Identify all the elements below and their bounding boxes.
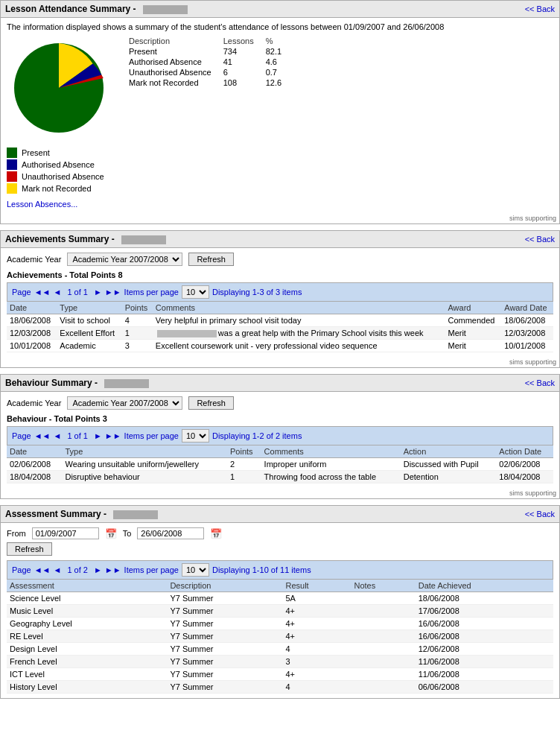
cell-date-achieved: 12/06/2008 bbox=[416, 643, 553, 656]
cell-type: Disruptive behaviour bbox=[62, 471, 227, 483]
cell-notes bbox=[351, 630, 415, 643]
table-row: 18/04/2008 Disruptive behaviour 1 Throwi… bbox=[7, 471, 553, 483]
cell-description: Y7 Summer bbox=[167, 630, 282, 643]
pct-auth: 4.6 bbox=[260, 57, 287, 67]
assessment-header: Assessment Summary - << Back bbox=[1, 506, 559, 523]
next2-btn[interactable]: ►► bbox=[105, 431, 121, 440]
cell-date: 10/01/2008 bbox=[7, 340, 57, 352]
table-row: Science Level Y7 Summer 5A 18/06/2008 bbox=[7, 592, 553, 605]
cell-date-achieved: 11/06/2008 bbox=[416, 668, 553, 681]
items-per-page-label: Items per page bbox=[124, 288, 179, 296]
cell-action-date: 02/06/2008 bbox=[496, 458, 553, 471]
col-notes: Notes bbox=[351, 580, 415, 592]
cell-action: Discussed with Pupil bbox=[401, 458, 497, 471]
legend-label-unauth: Unauthorised Absence bbox=[22, 172, 104, 181]
table-row: 10/01/2008 Academic 3 Excellent coursewo… bbox=[7, 340, 553, 352]
cell-points: 3 bbox=[122, 340, 153, 352]
attendance-legend: Present Authorised Absence Unauthorised … bbox=[7, 148, 553, 194]
cell-type: Wearing unsuitable uniform/jewellery bbox=[62, 458, 227, 471]
behaviour-content: Academic Year Academic Year 2007/2008 Re… bbox=[1, 392, 559, 488]
next2-btn[interactable]: ►► bbox=[105, 288, 121, 296]
assessment-back[interactable]: << Back bbox=[525, 510, 555, 518]
assessment-items-select[interactable]: 10 bbox=[182, 563, 209, 577]
legend-color-unauth bbox=[7, 171, 17, 182]
assessment-table: Assessment Description Result Notes Date… bbox=[7, 580, 553, 694]
next1-btn[interactable]: ► bbox=[94, 565, 102, 574]
next1-btn[interactable]: ► bbox=[94, 431, 102, 440]
behaviour-year-select[interactable]: Academic Year 2007/2008 bbox=[67, 396, 182, 410]
page-current: 1 of 1 bbox=[67, 288, 88, 296]
cell-notes bbox=[351, 668, 415, 681]
cell-assessment: Music Level bbox=[7, 605, 167, 618]
items-per-page-label: Items per page bbox=[124, 565, 179, 574]
table-row: Authorised Absence 41 4.6 bbox=[123, 57, 287, 67]
prev1-btn[interactable]: ◄ bbox=[53, 288, 61, 296]
behaviour-sims-logo: sims supporting bbox=[1, 488, 559, 498]
col-award: Award bbox=[445, 302, 501, 314]
lesson-attendance-back[interactable]: << Back bbox=[525, 4, 555, 13]
prev2-btn[interactable]: ◄◄ bbox=[34, 565, 51, 574]
page-label: Page bbox=[12, 431, 31, 440]
col-date: Date bbox=[7, 302, 57, 314]
col-action-date: Action Date bbox=[496, 445, 553, 458]
cell-assessment: Geography Level bbox=[7, 618, 167, 630]
cell-award: Merit bbox=[445, 340, 501, 352]
cell-description: Y7 Summer bbox=[167, 643, 282, 656]
cell-assessment: French Level bbox=[7, 656, 167, 668]
col-result: Result bbox=[282, 580, 351, 592]
cell-comments: Improper uniform bbox=[261, 458, 401, 471]
cell-comments: Very helpful in primary school visit tod… bbox=[153, 314, 445, 327]
page-current: 1 of 2 bbox=[67, 565, 88, 574]
cell-date: 02/06/2008 bbox=[7, 458, 62, 471]
title-gray-box bbox=[143, 5, 188, 14]
cell-date-achieved: 18/06/2008 bbox=[416, 592, 553, 605]
prev1-btn[interactable]: ◄ bbox=[53, 565, 61, 574]
cell-result: 5A bbox=[282, 592, 351, 605]
to-date-input[interactable] bbox=[137, 527, 204, 539]
achievements-title: Achievements Summary - bbox=[5, 234, 166, 244]
table-row: Geography Level Y7 Summer 4+ 16/06/2008 bbox=[7, 618, 553, 630]
assessment-title: Assessment Summary - bbox=[5, 509, 158, 519]
cell-type: Excellent Effort bbox=[57, 327, 121, 340]
behaviour-refresh-button[interactable]: Refresh bbox=[188, 396, 234, 410]
achievements-header: Achievements Summary - << Back bbox=[1, 231, 559, 248]
cell-notes bbox=[351, 618, 415, 630]
cell-type: Visit to school bbox=[57, 314, 121, 327]
next1-btn[interactable]: ► bbox=[94, 288, 102, 296]
table-row: 18/06/2008 Visit to school 4 Very helpfu… bbox=[7, 314, 553, 327]
col-date: Date bbox=[7, 445, 62, 458]
table-row: 02/06/2008 Wearing unsuitable uniform/je… bbox=[7, 458, 553, 471]
prev2-btn[interactable]: ◄◄ bbox=[34, 431, 51, 440]
behaviour-title: Behaviour Summary - bbox=[5, 378, 149, 388]
achievements-refresh-button[interactable]: Refresh bbox=[188, 253, 234, 266]
lessons-auth: 41 bbox=[217, 57, 260, 67]
cell-award: Merit bbox=[445, 327, 501, 340]
prev2-btn[interactable]: ◄◄ bbox=[34, 288, 51, 296]
achievements-back[interactable]: << Back bbox=[525, 235, 555, 244]
cell-date-achieved: 16/06/2008 bbox=[416, 630, 553, 643]
assessment-refresh-button[interactable]: Refresh bbox=[7, 542, 52, 556]
cell-description: Y7 Summer bbox=[167, 681, 282, 694]
cell-date-achieved: 11/06/2008 bbox=[416, 656, 553, 668]
cell-notes bbox=[351, 643, 415, 656]
table-row: Design Level Y7 Summer 4 12/06/2008 bbox=[7, 643, 553, 656]
assessment-content: From 📅 To 📅 Refresh Page ◄◄ ◄ 1 of 2 ► ►… bbox=[1, 523, 559, 698]
lesson-absences-link[interactable]: Lesson Absences... bbox=[7, 200, 77, 209]
achievements-items-select[interactable]: 10 bbox=[182, 285, 209, 299]
from-date-input[interactable] bbox=[32, 527, 99, 539]
behaviour-year-label: Academic Year bbox=[7, 399, 61, 407]
behaviour-back[interactable]: << Back bbox=[525, 378, 555, 387]
achievements-year-select[interactable]: Academic Year 2007/2008 bbox=[67, 253, 182, 266]
next2-btn[interactable]: ►► bbox=[105, 565, 121, 574]
behaviour-bold-label: Behaviour - Total Points 3 bbox=[7, 414, 553, 423]
achievements-section: Achievements Summary - << Back Academic … bbox=[0, 230, 560, 368]
behaviour-items-select[interactable]: 10 bbox=[182, 429, 209, 443]
from-calendar-icon[interactable]: 📅 bbox=[105, 528, 117, 539]
cell-comments: was a great help with the Primary School… bbox=[153, 327, 445, 340]
prev1-btn[interactable]: ◄ bbox=[53, 431, 61, 440]
cell-notes bbox=[351, 605, 415, 618]
cell-description: Y7 Summer bbox=[167, 656, 282, 668]
to-calendar-icon[interactable]: 📅 bbox=[210, 528, 222, 539]
cell-type: Academic bbox=[57, 340, 121, 352]
achievements-table: Date Type Points Comments Award Award Da… bbox=[7, 302, 553, 352]
